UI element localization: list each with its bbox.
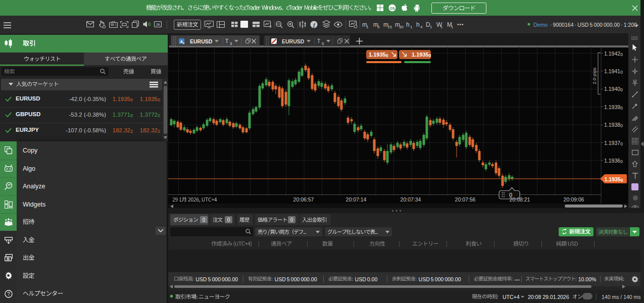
svg-text:JA: JA [156,23,160,26]
svg-text:A: A [180,39,183,44]
svg-text:?: ? [7,291,10,297]
svg-text:OS: OS [389,7,394,10]
